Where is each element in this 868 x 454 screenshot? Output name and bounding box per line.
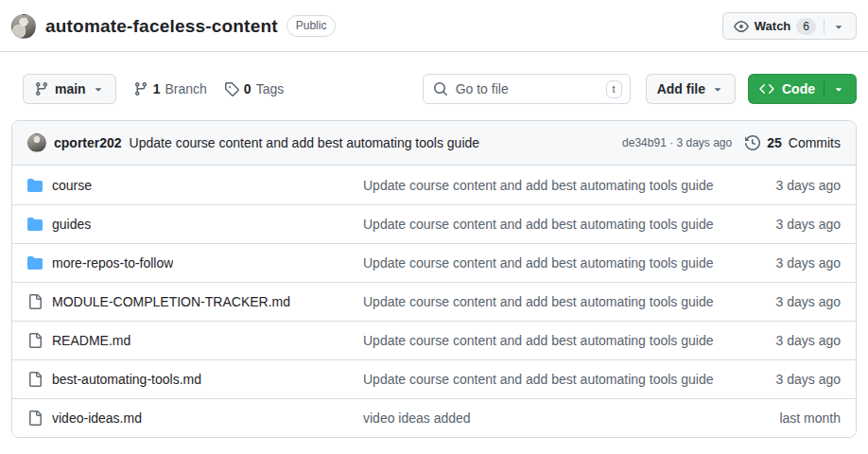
history-icon — [745, 135, 760, 150]
code-button[interactable]: Code — [748, 74, 857, 104]
folder-icon — [27, 255, 43, 271]
branch-selector-label: main — [55, 81, 86, 96]
git-branch-icon — [133, 81, 148, 96]
file-name-link[interactable]: best-automating-tools.md — [52, 372, 201, 387]
row-commit-message[interactable]: Update course content and add best autom… — [363, 372, 721, 387]
row-commit-date: 3 days ago — [737, 372, 841, 387]
file-name-link[interactable]: README.md — [52, 333, 130, 348]
table-row[interactable]: video-ideas.md video ideas added last mo… — [12, 398, 856, 437]
latest-commit-bar: cporter202 Update course content and add… — [12, 121, 856, 166]
repo-name[interactable]: automate-faceless-content — [45, 16, 278, 37]
code-icon — [759, 81, 774, 96]
table-row[interactable]: best-automating-tools.md Update course c… — [12, 359, 856, 398]
branch-selector-button[interactable]: main — [23, 74, 116, 104]
row-commit-date: last month — [737, 410, 841, 426]
folder-icon — [27, 217, 43, 232]
search-input[interactable] — [456, 81, 599, 96]
file-name-link[interactable]: course — [52, 178, 92, 193]
commit-sha-and-date[interactable]: de34b91 · 3 days ago — [622, 136, 732, 149]
branches-count: 1 — [153, 81, 161, 96]
tags-label: Tags — [256, 81, 285, 96]
file-icon — [27, 333, 43, 348]
eye-icon — [734, 19, 749, 34]
branches-label: Branch — [165, 81, 206, 96]
tags-count: 0 — [244, 81, 252, 96]
file-name-link[interactable]: more-repos-to-follow — [52, 255, 173, 271]
row-commit-message[interactable]: video ideas added — [363, 410, 721, 426]
search-icon — [433, 81, 448, 96]
row-commit-date: 3 days ago — [737, 294, 841, 309]
add-file-button[interactable]: Add file — [646, 74, 736, 104]
repo-owner-avatar[interactable] — [11, 14, 36, 39]
button-divider — [824, 81, 825, 96]
code-label: Code — [782, 81, 815, 96]
row-commit-date: 3 days ago — [737, 178, 841, 193]
row-commit-message[interactable]: Update course content and add best autom… — [363, 333, 721, 348]
file-name-link[interactable]: video-ideas.md — [52, 410, 142, 426]
repo-header: automate-faceless-content Public Watch 6 — [0, 0, 868, 52]
file-name-link[interactable]: guides — [52, 217, 91, 232]
branches-link[interactable]: 1 Branch — [133, 81, 207, 96]
button-divider — [824, 19, 825, 34]
commit-message[interactable]: Update course content and add best autom… — [130, 135, 479, 150]
row-commit-message[interactable]: Update course content and add best autom… — [363, 294, 721, 309]
chevron-down-icon[interactable] — [832, 20, 845, 33]
commits-label: Commits — [789, 135, 841, 150]
chevron-down-icon — [92, 82, 105, 96]
file-name-link[interactable]: MODULE-COMPLETION-TRACKER.md — [52, 294, 290, 309]
file-icon — [27, 294, 43, 309]
search-shortcut-key: t — [606, 80, 622, 98]
row-commit-date: 3 days ago — [737, 217, 841, 232]
git-branch-icon — [34, 81, 49, 96]
table-row[interactable]: course Update course content and add bes… — [12, 166, 856, 204]
watch-count-badge: 6 — [796, 18, 816, 35]
file-icon — [27, 410, 43, 426]
row-commit-message[interactable]: Update course content and add best autom… — [363, 255, 721, 271]
commit-author-avatar[interactable] — [27, 133, 46, 152]
file-icon — [27, 372, 43, 387]
watch-button[interactable]: Watch 6 — [722, 12, 857, 40]
table-row[interactable]: MODULE-COMPLETION-TRACKER.md Update cour… — [12, 282, 856, 321]
chevron-down-icon — [711, 82, 724, 96]
file-table: cporter202 Update course content and add… — [11, 120, 857, 438]
add-file-label: Add file — [657, 81, 705, 96]
row-commit-message[interactable]: Update course content and add best autom… — [363, 178, 721, 193]
repo-toolbar: main 1 Branch 0 Tags t Add file Code — [0, 52, 868, 120]
row-commit-date: 3 days ago — [737, 333, 841, 348]
row-commit-message[interactable]: Update course content and add best autom… — [363, 217, 721, 232]
tag-icon — [224, 81, 239, 96]
tags-link[interactable]: 0 Tags — [224, 81, 284, 96]
chevron-down-icon[interactable] — [832, 82, 845, 96]
watch-label: Watch — [755, 19, 791, 33]
commits-count: 25 — [767, 135, 782, 150]
row-commit-date: 3 days ago — [737, 255, 841, 271]
commit-author[interactable]: cporter202 — [54, 135, 122, 150]
go-to-file-search[interactable]: t — [423, 74, 631, 104]
folder-icon — [27, 178, 43, 193]
table-row[interactable]: README.md Update course content and add … — [12, 321, 856, 359]
table-row[interactable]: more-repos-to-follow Update course conte… — [12, 243, 856, 282]
table-row[interactable]: guides Update course content and add bes… — [12, 204, 856, 243]
commits-history-link[interactable]: 25 Commits — [745, 135, 841, 150]
visibility-badge: Public — [286, 15, 337, 37]
